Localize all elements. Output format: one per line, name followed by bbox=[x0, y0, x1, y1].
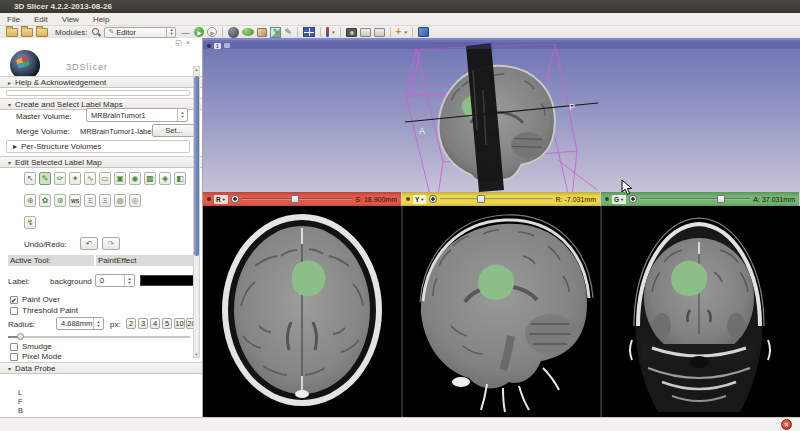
smudge-checkbox[interactable] bbox=[10, 343, 18, 351]
remove-islands-effect-icon[interactable]: ▩ bbox=[144, 172, 156, 185]
yellow-slice-bar[interactable]: Y▼ R: -7.031mm bbox=[402, 192, 601, 206]
spinbox-arrows-icon[interactable]: ▲▼ bbox=[93, 318, 103, 329]
redo-button[interactable]: ↷ bbox=[102, 237, 120, 250]
interpolate-effect-icon[interactable]: Ξ bbox=[84, 194, 96, 207]
level-tracing-effect-icon[interactable]: ∿ bbox=[84, 172, 96, 185]
module-history-icon[interactable]: — bbox=[179, 26, 191, 38]
favorite-markups-module-icon[interactable]: ✎ bbox=[284, 27, 292, 37]
save-island-effect-icon[interactable]: ◈ bbox=[159, 172, 171, 185]
pin-icon[interactable] bbox=[406, 197, 410, 201]
visibility-eye-icon[interactable] bbox=[429, 195, 437, 203]
favorite-data-module-icon[interactable] bbox=[228, 27, 239, 38]
orientation-label-a: A bbox=[419, 126, 425, 136]
threeD-view[interactable]: 1 A P bbox=[203, 38, 800, 192]
extension-capture-icon[interactable] bbox=[418, 27, 429, 37]
visibility-eye-icon[interactable] bbox=[231, 195, 239, 203]
threeD-view-controls[interactable]: 1 bbox=[203, 42, 800, 49]
window-level-icon[interactable] bbox=[326, 27, 329, 37]
menu-edit[interactable]: Edit bbox=[27, 15, 55, 24]
favorite-volumes-module-icon[interactable] bbox=[242, 28, 254, 36]
per-structure-volumes-section[interactable]: ▸ Per-Structure Volumes bbox=[6, 140, 190, 153]
menu-help[interactable]: Help bbox=[86, 15, 116, 24]
save-icon[interactable] bbox=[36, 28, 48, 37]
default-tool-icon[interactable]: ↖ bbox=[24, 172, 36, 185]
panel-undock-icon[interactable]: ◱ bbox=[175, 39, 182, 47]
error-close-button[interactable]: × bbox=[781, 419, 792, 430]
radius-preset-10-button[interactable]: 10 bbox=[174, 318, 185, 329]
red-slice-slider[interactable] bbox=[242, 195, 353, 203]
radius-spinbox[interactable]: 4.688mm ▲▼ bbox=[56, 317, 104, 330]
record-islands-effect-icon[interactable]: ◎ bbox=[129, 194, 141, 207]
scroll-up-icon[interactable]: ▲ bbox=[194, 67, 199, 72]
undo-button[interactable]: ↶ bbox=[80, 237, 98, 250]
erode-effect-icon[interactable]: ⊕ bbox=[24, 194, 36, 207]
layout-selector-icon[interactable] bbox=[303, 27, 315, 37]
load-scene-icon[interactable] bbox=[6, 28, 18, 37]
pin-icon[interactable] bbox=[605, 197, 609, 201]
paint-over-checkbox[interactable]: ✔ bbox=[10, 296, 18, 304]
change-island-effect-icon[interactable]: ◉ bbox=[129, 172, 141, 185]
module-next-icon[interactable]: ▶ bbox=[194, 27, 204, 37]
red-slice-view[interactable] bbox=[203, 206, 401, 417]
scene-view-restore-icon[interactable] bbox=[374, 28, 385, 37]
radius-slider[interactable] bbox=[8, 333, 190, 341]
capture-screenshot-icon[interactable] bbox=[346, 28, 357, 37]
grow-cut-effect-icon[interactable]: ◍ bbox=[114, 194, 126, 207]
change-label-effect-icon[interactable]: ⊛ bbox=[54, 194, 66, 207]
menu-view[interactable]: View bbox=[55, 15, 86, 24]
scrollbar-thumb[interactable] bbox=[194, 76, 199, 256]
dilate-effect-icon[interactable]: ✿ bbox=[39, 194, 51, 207]
radius-preset-3-button[interactable]: 3 bbox=[138, 318, 148, 329]
window-level-dropdown-icon[interactable]: ▾ bbox=[332, 29, 335, 35]
module-selector-combo[interactable]: ✎ Editor ▲▼ bbox=[104, 27, 176, 38]
wand-effect-icon[interactable]: ✦ bbox=[69, 172, 81, 185]
menu-file[interactable]: File bbox=[0, 15, 27, 24]
scene-view-icon[interactable] bbox=[360, 28, 371, 37]
crosshair-dropdown-icon[interactable]: ▾ bbox=[404, 29, 407, 35]
pixel-mode-checkbox[interactable] bbox=[10, 353, 18, 361]
yellow-view-selector[interactable]: Y▼ bbox=[413, 195, 426, 204]
scroll-down-icon[interactable]: ▼ bbox=[194, 352, 199, 357]
favorite-editor-module-icon[interactable]: ✎ bbox=[270, 27, 281, 38]
visibility-eye-icon[interactable] bbox=[629, 195, 637, 203]
red-slice-bar[interactable]: R▼ S: 18.900mm bbox=[203, 192, 402, 206]
module-search-icon[interactable] bbox=[92, 28, 101, 37]
threshold-effect-icon[interactable]: ◧ bbox=[174, 172, 186, 185]
yellow-slice-view[interactable] bbox=[403, 206, 601, 417]
module-previous-icon[interactable]: ▶ bbox=[207, 27, 217, 37]
combo-spinner-icon[interactable]: ▲▼ bbox=[177, 109, 187, 121]
pin-icon[interactable] bbox=[207, 197, 211, 201]
label-color-swatch[interactable] bbox=[140, 275, 196, 286]
pin-icon[interactable] bbox=[207, 44, 211, 48]
make-model-effect-icon[interactable]: ↯ bbox=[24, 216, 36, 229]
module-selector-spinner[interactable]: ▲▼ bbox=[166, 28, 175, 37]
red-view-selector[interactable]: R▼ bbox=[214, 195, 228, 204]
radius-preset-4-button[interactable]: 4 bbox=[150, 318, 160, 329]
panel-hide-icon[interactable]: × bbox=[186, 39, 190, 47]
view-options-icon[interactable] bbox=[224, 43, 230, 48]
green-slice-slider[interactable] bbox=[640, 195, 750, 203]
panel-scrollbar[interactable]: ▲ ▼ bbox=[193, 66, 200, 358]
load-data-icon[interactable] bbox=[21, 28, 33, 37]
master-volume-combo[interactable]: MRBrainTumor1 ▲▼ bbox=[86, 108, 188, 122]
watershed-effect-icon[interactable]: WS bbox=[69, 194, 81, 207]
rectangle-effect-icon[interactable]: ▭ bbox=[99, 172, 111, 185]
window-titlebar[interactable]: 3D Slicer 4.2.2-2013-08-26 bbox=[0, 0, 800, 13]
green-slice-view[interactable] bbox=[602, 206, 800, 417]
crosshair-icon[interactable]: + bbox=[396, 27, 402, 37]
yellow-slice-slider[interactable] bbox=[440, 195, 552, 203]
interpolate-reverse-effect-icon[interactable]: Ξ bbox=[99, 194, 111, 207]
paint-effect-icon[interactable]: ✎ bbox=[39, 172, 51, 185]
help-acknowledgement-section[interactable]: ▸ Help & Acknowledgement bbox=[0, 76, 202, 88]
data-probe-section[interactable]: ▾ Data Probe bbox=[0, 362, 202, 374]
edit-labelmap-section[interactable]: ▾ Edit Selected Label Map bbox=[0, 156, 202, 168]
threshold-paint-checkbox[interactable] bbox=[10, 307, 18, 315]
label-spinbox[interactable]: 0 ▲▼ bbox=[95, 274, 135, 287]
merge-volume-set-button[interactable]: Set... bbox=[152, 124, 196, 137]
draw-effect-icon[interactable]: ✏ bbox=[54, 172, 66, 185]
favorite-models-module-icon[interactable] bbox=[257, 28, 267, 37]
radius-preset-5-button[interactable]: 5 bbox=[162, 318, 172, 329]
spinbox-arrows-icon[interactable]: ▲▼ bbox=[124, 275, 134, 286]
radius-preset-2-button[interactable]: 2 bbox=[126, 318, 136, 329]
identify-islands-effect-icon[interactable]: ▣ bbox=[114, 172, 126, 185]
